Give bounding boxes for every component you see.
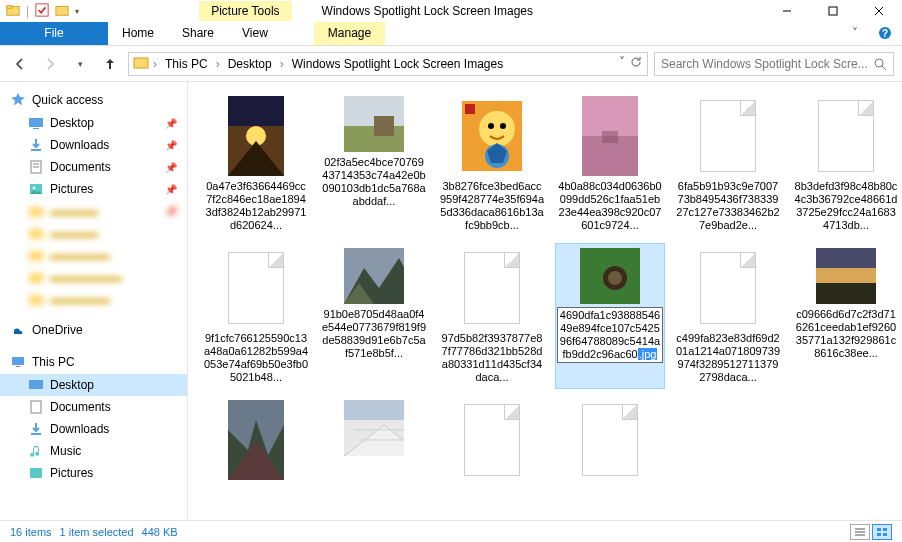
file-thumbnail [226,400,286,480]
view-thumbnails-icon[interactable] [872,524,892,540]
svg-rect-1 [7,5,12,8]
sidebar-item-blurred[interactable]: ▬▬▬▬▬ [0,288,187,310]
chevron-right-icon[interactable]: › [280,57,284,71]
back-button[interactable] [8,52,32,76]
file-item[interactable] [202,396,310,488]
search-input[interactable]: Search Windows Spotlight Lock Scre... [654,52,894,76]
tab-file[interactable]: File [0,22,108,45]
svg-rect-26 [16,366,20,367]
file-thumbnail [580,400,640,480]
maximize-button[interactable] [810,0,856,22]
help-icon[interactable]: ? [868,22,902,45]
minimize-button[interactable] [764,0,810,22]
refresh-icon[interactable] [629,55,643,72]
file-name: 4690dfa1c9388854649e894fce107c542596f647… [558,308,662,362]
file-thumbnail [816,96,876,176]
folder-icon [6,3,20,20]
ribbon-expand-icon[interactable]: ˅ [842,22,868,45]
sidebar-item-blurred[interactable]: ▬▬▬▬📌 [0,200,187,222]
sidebar-item-blurred[interactable]: ▬▬▬▬▬ [0,244,187,266]
sidebar-item-pictures[interactable]: Pictures📌 [0,178,187,200]
chevron-right-icon[interactable]: › [216,57,220,71]
svg-text:?: ? [882,28,888,39]
sidebar-onedrive[interactable]: OneDrive [0,318,187,342]
file-name: 02f3a5ec4bce7076943714353c74a42e0b090103… [322,156,426,208]
file-item[interactable]: 9f1cfc766125590c13a48a0a61282b599a4053e7… [202,244,310,388]
contextual-tab-label: Picture Tools [199,1,291,21]
sidebar-item-blurred[interactable]: ▬▬▬▬ [0,222,187,244]
svg-rect-63 [877,533,881,536]
qat-check-icon[interactable] [35,3,49,20]
svg-rect-27 [29,380,43,389]
file-thumbnail [344,400,404,456]
file-grid[interactable]: 0a47e3f63664469cc7f2c846ec18ae18943df382… [188,82,902,520]
file-item[interactable]: 0a47e3f63664469cc7f2c846ec18ae18943df382… [202,92,310,236]
address-dropdown-icon[interactable]: ˅ [619,55,625,72]
file-item[interactable] [438,396,546,488]
sidebar-this-pc[interactable]: This PC [0,350,187,374]
svg-point-38 [488,123,494,129]
file-thumbnail [698,96,758,176]
tab-manage[interactable]: Manage [314,22,385,45]
recent-dropdown-icon[interactable]: ▾ [68,52,92,76]
close-button[interactable] [856,0,902,22]
sidebar-item-pictures[interactable]: Pictures [0,462,187,484]
sidebar-item-documents[interactable]: Documents📌 [0,156,187,178]
svg-rect-64 [883,533,887,536]
svg-rect-35 [374,116,394,136]
sidebar-item-downloads[interactable]: Downloads [0,418,187,440]
qat-folder-icon[interactable] [55,3,69,20]
folder-icon [133,54,149,73]
sidebar-item-desktop[interactable]: Desktop [0,374,187,396]
file-item[interactable]: 6fa5b91b93c9e700773b8495436f73833927c127… [674,92,782,236]
file-name: 0a47e3f63664469cc7f2c846ec18ae18943df382… [204,180,308,232]
breadcrumb-leaf[interactable]: Windows Spotlight Lock Screen Images [288,57,507,71]
sidebar-item-downloads[interactable]: Downloads📌 [0,134,187,156]
tab-home[interactable]: Home [108,22,168,45]
svg-rect-29 [30,468,42,478]
breadcrumb-root[interactable]: This PC [161,57,212,71]
svg-rect-2 [36,3,48,15]
sidebar-item-blurred[interactable]: ▬▬▬▬▬▬ [0,266,187,288]
file-item[interactable]: c499fa823e83df69d201a1214a071809739974f3… [674,244,782,388]
file-name: 8b3defd3f98c48b80c4c3b36792ce48661d3725e… [794,180,898,232]
sidebar-quick-access[interactable]: Quick access [0,88,187,112]
svg-rect-54 [344,400,404,420]
svg-rect-41 [465,104,475,114]
tab-share[interactable]: Share [168,22,228,45]
pin-icon: 📌 [165,162,177,173]
file-item[interactable]: 4690dfa1c9388854649e894fce107c542596f647… [556,244,664,388]
svg-point-49 [608,271,622,285]
svg-point-11 [875,59,883,67]
file-name: c09666d6d7c2f3d716261ceedab1ef926035771a… [794,308,898,360]
file-name: 6fa5b91b93c9e700773b8495436f73833927c127… [676,180,780,232]
file-item[interactable] [320,396,428,488]
file-item[interactable]: 4b0a88c034d0636b0099dd526c1faa51eb23e44e… [556,92,664,236]
svg-rect-61 [877,528,881,531]
file-thumbnail [580,248,640,304]
address-bar[interactable]: › This PC › Desktop › Windows Spotlight … [128,52,648,76]
svg-rect-14 [33,128,39,129]
svg-rect-23 [29,273,43,283]
file-item[interactable]: c09666d6d7c2f3d716261ceedab1ef926035771a… [792,244,900,388]
file-item[interactable]: 8b3defd3f98c48b80c4c3b36792ce48661d3725e… [792,92,900,236]
up-button[interactable] [98,52,122,76]
sidebar-item-music[interactable]: Music [0,440,187,462]
qat-dropdown-icon[interactable]: ▾ [75,7,79,16]
svg-rect-44 [602,131,618,143]
file-thumbnail [698,248,758,328]
chevron-right-icon[interactable]: › [153,57,157,71]
forward-button[interactable] [38,52,62,76]
sidebar-item-desktop[interactable]: Desktop📌 [0,112,187,134]
file-item[interactable]: 91b0e8705d48aa0f4e544e0773679f819f9de588… [320,244,428,388]
tab-view[interactable]: View [228,22,282,45]
file-name: 91b0e8705d48aa0f4e544e0773679f819f9de588… [322,308,426,360]
file-item[interactable] [556,396,664,488]
file-item[interactable]: 3b8276fce3bed6acc959f428774e35f694a5d336… [438,92,546,236]
breadcrumb-mid[interactable]: Desktop [224,57,276,71]
file-thumbnail [462,248,522,328]
view-details-icon[interactable] [850,524,870,540]
file-item[interactable]: 97d5b82f3937877e87f77786d321bb528da80331… [438,244,546,388]
file-item[interactable]: 02f3a5ec4bce7076943714353c74a42e0b090103… [320,92,428,236]
sidebar-item-documents[interactable]: Documents [0,396,187,418]
